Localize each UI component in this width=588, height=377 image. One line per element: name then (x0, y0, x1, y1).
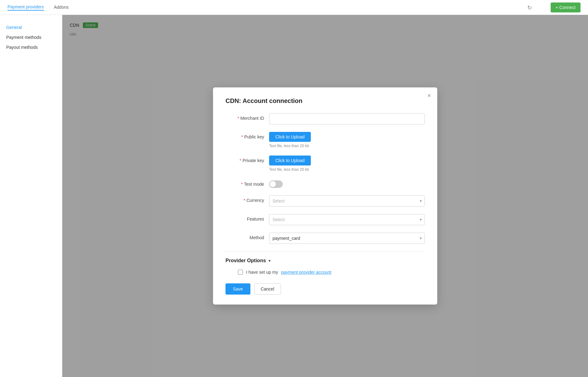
modal-close-button[interactable]: × (427, 92, 431, 99)
required-star-3: * (239, 158, 241, 163)
toggle-wrapper (269, 179, 425, 188)
features-control: Select ▾ (269, 214, 425, 225)
required-star-5: * (244, 198, 245, 203)
provider-options-title: Provider Options (225, 258, 266, 263)
provider-account-checkbox[interactable] (238, 270, 243, 275)
modal-footer: Save Cancel (225, 283, 425, 295)
currency-select-wrapper: Select ▾ (269, 195, 425, 207)
method-control: payment_card ▾ (269, 233, 425, 244)
features-select-wrapper: Select ▾ (269, 214, 425, 225)
tab-payment-providers[interactable]: Payment providers (7, 4, 44, 11)
features-select[interactable]: Select (269, 214, 425, 225)
private-key-upload-button[interactable]: Click to Upload (269, 156, 311, 165)
test-mode-control (269, 179, 425, 188)
section-divider (225, 251, 425, 252)
save-button[interactable]: Save (225, 283, 250, 295)
sidebar-item-payout-methods[interactable]: Payout methods (0, 42, 62, 52)
merchant-id-control (269, 113, 425, 124)
main-content: General Payment methods Payout methods C… (0, 15, 588, 377)
sidebar: General Payment methods Payout methods (0, 15, 62, 377)
currency-select[interactable]: Select (269, 195, 425, 207)
features-label: Features (225, 214, 269, 221)
tab-addons[interactable]: Addons (54, 5, 69, 10)
method-select-wrapper: payment_card ▾ (269, 233, 425, 244)
modal: × CDN: Account connection *Merchant ID (213, 87, 437, 305)
refresh-icon[interactable]: ↻ (527, 4, 532, 11)
cancel-button[interactable]: Cancel (254, 283, 281, 295)
private-key-control: Click to Upload Text file, less than 20 … (269, 156, 425, 172)
modal-overlay: × CDN: Account connection *Merchant ID (62, 15, 588, 377)
checkbox-row: I have set up my payment provider accoun… (238, 270, 425, 275)
merchant-id-row: *Merchant ID (225, 113, 425, 124)
public-key-label: *Public key (225, 132, 269, 139)
private-key-label: *Private key (225, 156, 269, 163)
checkbox-label-text: I have set up my (246, 270, 278, 275)
private-key-row: *Private key Click to Upload Text file, … (225, 156, 425, 172)
method-label: Method (225, 233, 269, 240)
currency-row: *Currency Select ▾ (225, 195, 425, 207)
currency-label: *Currency (225, 195, 269, 203)
merchant-id-label: *Merchant ID (225, 113, 269, 121)
provider-options-chevron-icon: ▾ (268, 258, 271, 263)
connect-button-wrapper: + Connect (551, 2, 581, 12)
content-area: CDN Active cdn × CDN: Account connection… (62, 15, 588, 377)
merchant-id-input[interactable] (269, 113, 425, 124)
method-select[interactable]: payment_card (269, 233, 425, 244)
public-key-upload-button[interactable]: Click to Upload (269, 132, 311, 142)
toggle-knob (270, 181, 276, 187)
sidebar-item-payment-methods[interactable]: Payment methods (0, 32, 62, 42)
public-key-control: Click to Upload Text file, less than 20 … (269, 132, 425, 148)
method-row: Method payment_card ▾ (225, 233, 425, 244)
features-row: Features Select ▾ (225, 214, 425, 225)
sidebar-item-general[interactable]: General (0, 22, 62, 32)
required-star-4: * (241, 182, 243, 187)
top-nav: Payment providers Addons ↻ + Connect (0, 0, 588, 15)
test-mode-row: *Test mode (225, 179, 425, 188)
required-star-2: * (241, 134, 243, 139)
currency-control: Select ▾ (269, 195, 425, 207)
public-key-row: *Public key Click to Upload Text file, l… (225, 132, 425, 148)
test-mode-label: *Test mode (225, 179, 269, 187)
provider-options-header[interactable]: Provider Options ▾ (225, 258, 425, 263)
payment-provider-account-link[interactable]: payment provider account (281, 270, 331, 275)
connect-button[interactable]: + Connect (551, 2, 581, 12)
test-mode-toggle[interactable] (269, 180, 283, 188)
modal-title: CDN: Account connection (225, 97, 425, 105)
public-key-hint: Text file, less than 20 kb (269, 144, 425, 148)
private-key-hint: Text file, less than 20 kb (269, 167, 425, 172)
required-star: * (237, 116, 239, 121)
